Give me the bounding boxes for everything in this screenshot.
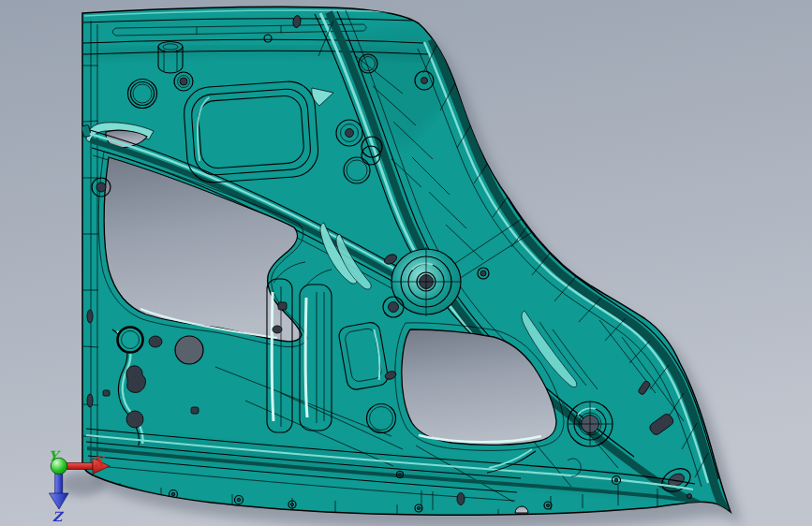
hub-boss	[568, 402, 613, 446]
cad-canvas[interactable]: Y X Z	[0, 0, 812, 526]
rib-hole	[278, 302, 287, 310]
large-hole	[175, 336, 203, 364]
origin-ball[interactable]	[51, 458, 67, 475]
cad-viewport[interactable]: Y X Z	[0, 0, 812, 526]
